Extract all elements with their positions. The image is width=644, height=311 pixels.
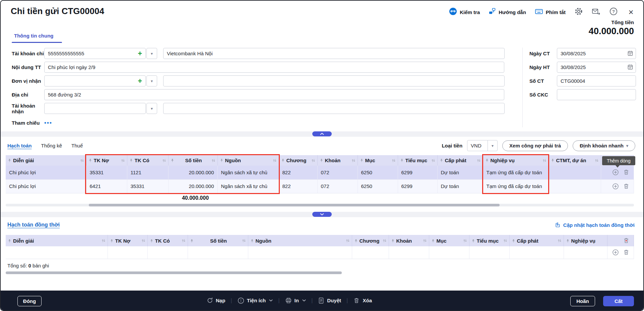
check-button[interactable]: Kiểm tra: [449, 7, 480, 17]
table-cell[interactable]: [248, 246, 352, 259]
table-cell[interactable]: 822: [279, 179, 317, 193]
column-header-credit[interactable]: TK Có: [127, 155, 168, 166]
table-cell[interactable]: Dự toán: [437, 166, 483, 179]
column-header-source[interactable]: Nguồn: [248, 235, 352, 246]
column-header-operation[interactable]: Nghiệp vụ: [483, 155, 549, 166]
sort-icon[interactable]: [102, 239, 106, 243]
horizontal-scrollbar[interactable]: [6, 271, 634, 274]
pin-icon[interactable]: [400, 159, 404, 162]
column-header-item[interactable]: Khoản: [389, 235, 429, 246]
sort-icon[interactable]: [346, 239, 350, 243]
delete-all-icon[interactable]: [623, 237, 630, 244]
table-row[interactable]: Chi phúc lợi 35331 1121 20.000.000 Ngân …: [6, 166, 634, 179]
table-cell[interactable]: [389, 246, 429, 259]
column-header-debit[interactable]: TK Nợ: [86, 155, 127, 166]
pin-icon[interactable]: [354, 239, 358, 243]
table-cell[interactable]: Tạm ứng đã cấp dự toán: [483, 166, 549, 179]
add-receiver-icon[interactable]: +: [138, 77, 142, 85]
collapse-table-button[interactable]: [312, 212, 332, 217]
print-button[interactable]: In: [285, 297, 306, 304]
pin-icon[interactable]: [88, 159, 92, 162]
sort-icon[interactable]: [311, 159, 315, 163]
sort-icon[interactable]: [182, 239, 186, 243]
pin-icon[interactable]: [391, 239, 395, 243]
post-date-input[interactable]: 30/08/2025: [557, 62, 636, 73]
sort-icon[interactable]: [463, 239, 467, 243]
currency-dropdown[interactable]: ▾: [488, 140, 498, 151]
column-header-chapter[interactable]: Chương: [352, 235, 389, 246]
table-cell[interactable]: [147, 246, 188, 259]
table-cell[interactable]: 822: [279, 166, 317, 179]
column-header-section[interactable]: Mục: [429, 235, 469, 246]
table-cell[interactable]: [429, 246, 469, 259]
update-simultaneous-link[interactable]: Cập nhật hạch toán đồng thời: [555, 222, 635, 228]
table-cell[interactable]: Ngân sách xã tự chủ: [217, 166, 279, 179]
table-cell[interactable]: Ngân sách xã tự chủ: [217, 179, 279, 193]
table-cell[interactable]: Dự toán: [437, 179, 483, 193]
table-cell[interactable]: [549, 166, 601, 179]
table-cell[interactable]: 072: [317, 166, 358, 179]
horizontal-scrollbar[interactable]: [6, 204, 634, 206]
add-row-icon[interactable]: [612, 249, 619, 256]
sort-icon[interactable]: [423, 239, 427, 243]
help-button[interactable]: ?: [609, 8, 618, 16]
column-header-allocation[interactable]: Cấp phát: [509, 235, 564, 246]
column-header-amount[interactable]: Số tiền: [188, 235, 248, 246]
pin-icon[interactable]: [8, 159, 11, 162]
pin-icon[interactable]: [471, 239, 475, 243]
view-payables-button[interactable]: Xem công nợ phải trả: [502, 140, 568, 151]
sort-icon[interactable]: [431, 159, 435, 163]
sort-icon[interactable]: [141, 239, 145, 243]
pin-icon[interactable]: [250, 239, 254, 243]
pin-icon[interactable]: [171, 159, 174, 162]
pin-icon[interactable]: [110, 239, 114, 243]
tab-general-info[interactable]: Thông tin chung: [14, 33, 53, 39]
sort-icon[interactable]: [477, 159, 481, 163]
table-cell[interactable]: [509, 246, 564, 259]
utilities-button[interactable]: Tiện ích: [238, 297, 273, 304]
table-cell[interactable]: [188, 246, 248, 259]
add-row-icon[interactable]: [612, 169, 619, 176]
column-header-debit[interactable]: TK Nợ: [108, 235, 147, 246]
pin-icon[interactable]: [440, 159, 443, 162]
guide-button[interactable]: Hướng dẫn: [489, 8, 526, 16]
table-cell[interactable]: 1121: [127, 166, 168, 179]
delete-button[interactable]: Xóa: [353, 297, 372, 304]
postpone-button[interactable]: Hoãn: [570, 296, 595, 306]
receive-account-input[interactable]: [44, 103, 146, 114]
sort-icon[interactable]: [595, 159, 599, 163]
sort-icon[interactable]: [121, 159, 125, 163]
pin-icon[interactable]: [320, 159, 323, 162]
table-cell[interactable]: 6250: [358, 166, 398, 179]
column-header-project[interactable]: CTMT, dự án: [549, 155, 601, 166]
save-button[interactable]: Cất: [603, 296, 634, 306]
close-button[interactable]: ×: [627, 8, 635, 16]
pin-icon[interactable]: [150, 239, 153, 243]
pay-bank-input[interactable]: Vietcombank Hà Nội: [163, 48, 505, 59]
add-account-icon[interactable]: +: [138, 50, 142, 57]
tab-tax[interactable]: Thuế: [71, 143, 83, 148]
table-cell[interactable]: 6250: [358, 179, 398, 193]
column-header-source[interactable]: Nguồn: [217, 155, 279, 166]
sort-icon[interactable]: [383, 239, 387, 243]
tab-statistics[interactable]: Thống kê: [41, 143, 62, 148]
table-cell[interactable]: Tạm ứng đã cấp dự toán: [483, 179, 549, 193]
column-header-allocation[interactable]: Cấp phát: [437, 155, 483, 166]
sort-icon[interactable]: [503, 239, 507, 243]
delete-row-icon[interactable]: [623, 249, 630, 256]
shortcut-button[interactable]: Phím tắt: [535, 8, 566, 16]
table-cell[interactable]: 6299: [398, 179, 437, 193]
settings-button[interactable]: [574, 8, 583, 16]
pin-icon[interactable]: [485, 159, 489, 162]
reload-button[interactable]: Nạp: [207, 297, 225, 304]
table-cell[interactable]: 072: [317, 179, 358, 193]
receive-bank-input[interactable]: [163, 103, 505, 114]
send-mail-button[interactable]: [592, 8, 600, 16]
column-header-amount[interactable]: Số tiền: [168, 155, 217, 166]
receiver-dropdown[interactable]: ▾: [146, 75, 157, 86]
pin-icon[interactable]: [431, 239, 435, 243]
column-header-section[interactable]: Mục: [358, 155, 398, 166]
ckc-no-input[interactable]: [557, 89, 636, 100]
column-header-credit[interactable]: TK Có: [147, 235, 188, 246]
pin-icon[interactable]: [566, 239, 570, 243]
